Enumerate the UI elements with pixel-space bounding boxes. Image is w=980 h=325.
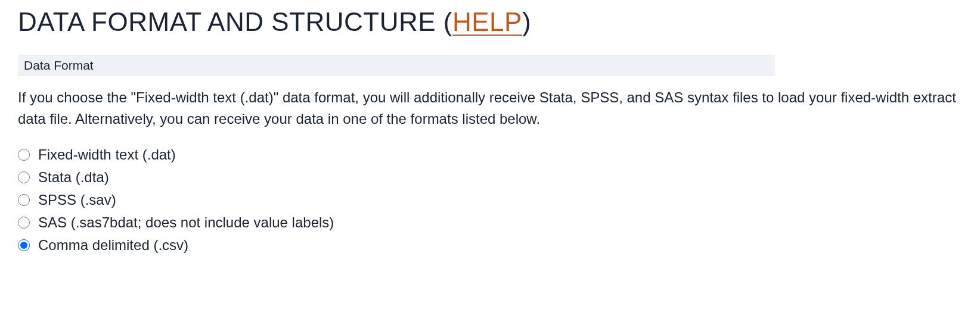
radio-input-spss[interactable] (18, 194, 30, 206)
radio-option-stata: Stata (.dta) (18, 169, 962, 186)
radio-input-fixed-width[interactable] (18, 149, 30, 161)
page-heading: DATA FORMAT AND STRUCTURE (HELP) (18, 7, 962, 37)
radio-input-sas[interactable] (18, 217, 30, 229)
help-link[interactable]: HELP (452, 7, 522, 36)
section-header: Data Format (18, 55, 775, 76)
section-description: If you choose the "Fixed-width text (.da… (18, 87, 960, 130)
data-format-radio-group: Fixed-width text (.dat) Stata (.dta) SPS… (18, 146, 962, 254)
radio-option-csv: Comma delimited (.csv) (18, 237, 962, 254)
heading-suffix: ) (522, 7, 531, 36)
radio-option-fixed-width: Fixed-width text (.dat) (18, 146, 962, 163)
radio-input-csv[interactable] (18, 239, 30, 251)
radio-label-stata[interactable]: Stata (.dta) (38, 169, 109, 186)
radio-input-stata[interactable] (18, 171, 30, 183)
radio-option-spss: SPSS (.sav) (18, 192, 962, 208)
radio-label-sas[interactable]: SAS (.sas7bdat; does not include value l… (38, 214, 334, 231)
radio-label-spss[interactable]: SPSS (.sav) (38, 192, 116, 208)
radio-label-csv[interactable]: Comma delimited (.csv) (38, 237, 188, 254)
radio-label-fixed-width[interactable]: Fixed-width text (.dat) (38, 146, 176, 163)
radio-option-sas: SAS (.sas7bdat; does not include value l… (18, 214, 962, 231)
heading-prefix: DATA FORMAT AND STRUCTURE ( (18, 7, 452, 36)
